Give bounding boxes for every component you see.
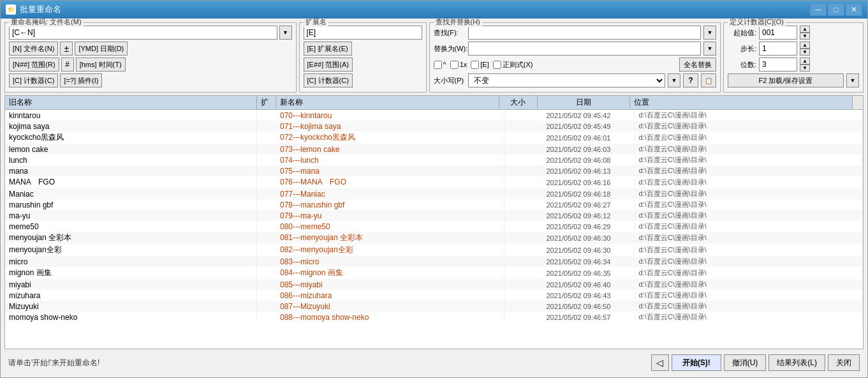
case-label: 大小写(P): [434, 76, 466, 86]
f2-dropdown[interactable]: ▼: [846, 73, 859, 87]
btn-counter-c[interactable]: [C] 计数器(C): [9, 73, 58, 87]
td-location: d:\百度云C\漫画\目录\: [635, 165, 864, 176]
rename-main-row: ▼: [9, 26, 292, 40]
step-down[interactable]: ▼: [800, 49, 810, 56]
td-size: [504, 306, 543, 307]
close-button[interactable]: ✕: [846, 3, 862, 16]
result-list-button[interactable]: 结果列表(L): [769, 354, 825, 371]
table-body[interactable]: kinntarou 070---kinntarou 2021/05/02 09:…: [5, 110, 863, 349]
replace-dropdown[interactable]: ▼: [703, 42, 716, 56]
full-replace-button[interactable]: 全名替换: [679, 57, 716, 72]
td-size: [504, 284, 543, 285]
td-ext: [257, 126, 276, 127]
start-button[interactable]: 开始(S)!: [672, 354, 721, 371]
btn-date[interactable]: [YMD] 日期(D): [75, 42, 128, 56]
td-ext: [257, 193, 276, 195]
td-date: 2021/05/02 09:46:01: [543, 133, 635, 142]
td-new: 083---micro: [276, 257, 504, 267]
start-input[interactable]: [759, 26, 797, 40]
td-old: kyockcho黒森风: [5, 132, 257, 144]
caret-label: ^: [443, 61, 446, 68]
table-row[interactable]: menyoujan全彩 082---menyoujan全彩 2021/05/02…: [5, 244, 863, 256]
table-row[interactable]: kinntarou 070---kinntarou 2021/05/02 09:…: [5, 110, 863, 121]
td-size: [504, 137, 543, 139]
table-row[interactable]: marushin gbf 078---marushin gbf 2021/05/…: [5, 199, 863, 210]
close-main-button[interactable]: 关闭: [828, 354, 860, 371]
td-date: 2021/05/02 09:45:42: [543, 111, 635, 120]
td-location: d:\百度云C\漫画\目录\: [635, 177, 864, 188]
btn-ext-e[interactable]: [E] 扩展名(E): [304, 42, 352, 56]
onex-checkbox[interactable]: 1x: [450, 61, 467, 69]
table-row[interactable]: miyabi 085---miyabi 2021/05/02 09:46:40 …: [5, 279, 863, 290]
minimize-button[interactable]: ─: [810, 3, 827, 16]
caret-checkbox[interactable]: ^: [434, 61, 446, 69]
start-up[interactable]: ▲: [800, 26, 810, 33]
btn-plus[interactable]: ±: [60, 42, 73, 56]
find-input[interactable]: [468, 26, 702, 40]
case-select[interactable]: 不变 全部大写 全部小写 首字母大写: [468, 73, 666, 87]
window-icon: 📁: [6, 4, 16, 15]
btn-filename[interactable]: [N] 文件名(N): [9, 42, 58, 56]
ext-mask-input[interactable]: [304, 26, 422, 40]
td-size: [504, 215, 543, 216]
btn-hash[interactable]: #: [61, 57, 74, 72]
table-row[interactable]: momoya show-neko 088---momoya show-neko …: [5, 312, 863, 322]
ext-check[interactable]: [471, 61, 479, 69]
td-size: [504, 250, 543, 251]
start-down[interactable]: ▼: [800, 33, 810, 40]
btn-ext-range[interactable]: [E##] 范围(A): [304, 57, 353, 72]
digits-down[interactable]: ▼: [800, 64, 810, 72]
td-old: meme50: [5, 222, 257, 232]
td-old: kinntarou: [5, 110, 257, 121]
btn-time[interactable]: [hms] 时间(T): [76, 57, 126, 72]
table-row[interactable]: meme50 080---meme50 2021/05/02 09:46:29 …: [5, 221, 863, 232]
regex-label: 正则式(X): [503, 60, 533, 70]
rename-mask-dropdown[interactable]: ▼: [279, 26, 292, 40]
th-new-name: 新名称: [276, 96, 499, 109]
table-row[interactable]: kojima saya 071---kojima saya 2021/05/02…: [5, 121, 863, 132]
table-row[interactable]: kyockcho黒森风 072---kyockcho黒森风 2021/05/02…: [5, 132, 863, 144]
caret-check[interactable]: [434, 61, 442, 69]
btn-ext-counter[interactable]: [C] 计数器(C): [304, 73, 353, 87]
table-row[interactable]: micro 083---micro 2021/05/02 09:46:34 d:…: [5, 256, 863, 267]
table-row[interactable]: Maniac 077---Maniac 2021/05/02 09:46:18 …: [5, 188, 863, 199]
digits-input[interactable]: [759, 57, 797, 72]
td-ext: [257, 160, 276, 161]
find-dropdown[interactable]: ▼: [703, 26, 716, 40]
td-new: 086---mizuhara: [276, 291, 504, 301]
td-new: 073---lemon cake: [276, 144, 504, 155]
table-row[interactable]: menyoujan 全彩本 081---menyoujan 全彩本 2021/0…: [5, 232, 863, 244]
copy-button[interactable]: 📋: [701, 73, 716, 87]
td-new: 076---MANA FGO: [276, 176, 504, 188]
onex-check[interactable]: [450, 61, 459, 69]
step-up[interactable]: ▲: [800, 42, 810, 49]
btn-plugin[interactable]: [=?] 插件(I): [60, 73, 102, 87]
regex-check[interactable]: [493, 61, 501, 69]
case-dropdown[interactable]: ▼: [668, 73, 680, 87]
table-row[interactable]: mignon 画集 084---mignon 画集 2021/05/02 09:…: [5, 267, 863, 279]
help-button[interactable]: ?: [683, 73, 698, 87]
table-row[interactable]: mana 075---mana 2021/05/02 09:46:13 d:\百…: [5, 165, 863, 176]
table-row[interactable]: lunch 074---lunch 2021/05/02 09:46:08 d:…: [5, 155, 863, 165]
regex-checkbox[interactable]: 正则式(X): [493, 60, 533, 70]
find-section: 查找并替换(H) 查找(F): ▼ 替换为(W): ▼ ^: [429, 22, 721, 93]
td-new: 074---lunch: [276, 155, 504, 165]
td-date: 2021/05/02 09:46:16: [543, 178, 635, 187]
cancel-button[interactable]: 撤消(U): [724, 354, 767, 371]
rename-mask-input[interactable]: [9, 26, 277, 40]
digits-up[interactable]: ▲: [800, 57, 810, 64]
table-row[interactable]: lemon cake 073---lemon cake 2021/05/02 0…: [5, 144, 863, 155]
ext-checkbox[interactable]: [E]: [471, 61, 489, 69]
prev-button[interactable]: ◁: [651, 354, 669, 371]
table-row[interactable]: mizuhara 086---mizuhara 2021/05/02 09:46…: [5, 290, 863, 301]
btn-range-n[interactable]: [N##] 范围(R): [9, 57, 59, 72]
table-row[interactable]: ma-yu 079---ma-yu 2021/05/02 09:46:12 d:…: [5, 210, 863, 221]
replace-input[interactable]: [468, 42, 702, 56]
step-input[interactable]: [759, 42, 797, 56]
find-row: 查找(F): ▼: [434, 26, 717, 40]
td-new: 088---momoya show-neko: [276, 312, 504, 322]
f2-load-button[interactable]: F2 加载/保存设置: [728, 73, 844, 87]
table-row[interactable]: Mizuyuki 087---Mizuyuki 2021/05/02 09:46…: [5, 301, 863, 312]
maximize-button[interactable]: □: [828, 3, 844, 16]
table-row[interactable]: MANA FGO 076---MANA FGO 2021/05/02 09:46…: [5, 176, 863, 188]
